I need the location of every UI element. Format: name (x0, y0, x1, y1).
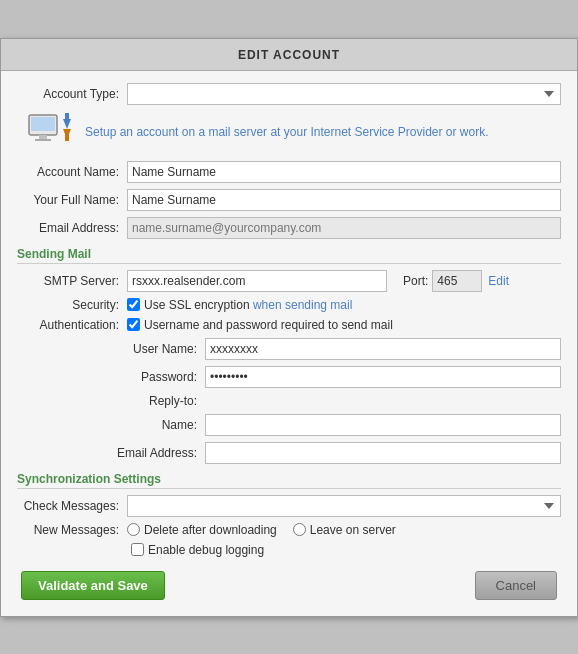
footer-buttons: Validate and Save Cancel (17, 571, 561, 600)
email-address-label: Email Address: (17, 221, 127, 235)
account-name-row: Account Name: (17, 161, 561, 183)
leave-radio[interactable] (293, 523, 306, 536)
sync-settings-header: Synchronization Settings (17, 472, 561, 489)
smtp-server-label: SMTP Server: (17, 274, 127, 288)
check-messages-label: Check Messages: (17, 499, 127, 513)
replyto-name-row: Name: (17, 414, 561, 436)
svg-rect-7 (65, 133, 69, 141)
replyto-email-row: Email Address: (17, 442, 561, 464)
security-text: Use SSL encryption when sending mail (144, 298, 352, 312)
sending-mail-header: Sending Mail (17, 247, 561, 264)
leave-on-server-option[interactable]: Leave on server (293, 523, 396, 537)
security-label: Security: (17, 298, 127, 312)
email-address-row: Email Address: (17, 217, 561, 239)
svg-rect-1 (31, 117, 55, 131)
full-name-label: Your Full Name: (17, 193, 127, 207)
account-type-row: Account Type: POP3 IMAP SMTP (17, 83, 561, 105)
username-label: User Name: (17, 342, 205, 356)
account-name-input[interactable] (127, 161, 561, 183)
security-checkbox[interactable] (127, 298, 140, 311)
account-name-label: Account Name: (17, 165, 127, 179)
title-bar: EDIT ACCOUNT (1, 39, 577, 71)
security-text-blue: when sending mail (253, 298, 352, 312)
edit-link[interactable]: Edit (488, 274, 509, 288)
debug-checkbox[interactable] (131, 543, 144, 556)
smtp-server-input[interactable] (127, 270, 387, 292)
port-input[interactable] (432, 270, 482, 292)
window-title: EDIT ACCOUNT (238, 48, 340, 62)
authentication-checkbox[interactable] (127, 318, 140, 331)
check-messages-row: Check Messages: Every 5 minutes Every 10… (17, 495, 561, 517)
debug-row: Enable debug logging (131, 543, 561, 557)
debug-label: Enable debug logging (148, 543, 264, 557)
cancel-button[interactable]: Cancel (475, 571, 557, 600)
svg-rect-2 (39, 135, 47, 139)
account-type-label: Account Type: (17, 87, 127, 101)
password-input[interactable] (205, 366, 561, 388)
edit-account-window: EDIT ACCOUNT Account Type: POP3 IMAP SMT… (0, 38, 578, 617)
port-label: Port: (403, 274, 428, 288)
new-messages-radio-group: Delete after downloading Leave on server (127, 523, 396, 537)
check-messages-select[interactable]: Every 5 minutes Every 10 minutes Every 1… (127, 495, 561, 517)
leave-option-label: Leave on server (310, 523, 396, 537)
mail-server-icon (27, 111, 75, 153)
replyto-name-input[interactable] (205, 414, 561, 436)
replyto-name-label: Name: (17, 418, 205, 432)
replyto-email-input[interactable] (205, 442, 561, 464)
full-name-input[interactable] (127, 189, 561, 211)
replyto-label: Reply-to: (17, 394, 205, 408)
replyto-email-label: Email Address: (17, 446, 205, 460)
delete-after-download-option[interactable]: Delete after downloading (127, 523, 277, 537)
validate-save-button[interactable]: Validate and Save (21, 571, 165, 600)
username-input[interactable] (205, 338, 561, 360)
username-row: User Name: (17, 338, 561, 360)
svg-rect-3 (35, 139, 51, 141)
password-label: Password: (17, 370, 205, 384)
delete-radio[interactable] (127, 523, 140, 536)
authentication-text: Username and password required to send m… (144, 318, 393, 332)
account-type-select[interactable]: POP3 IMAP SMTP (127, 83, 561, 105)
new-messages-row: New Messages: Delete after downloading L… (17, 523, 561, 537)
authentication-row: Authentication: Username and password re… (17, 318, 561, 332)
replyto-header-row: Reply-to: (17, 394, 561, 408)
email-address-input[interactable] (127, 217, 561, 239)
icon-description-text: Setup an account on a mail server at you… (85, 125, 489, 139)
svg-rect-5 (65, 113, 69, 121)
full-name-row: Your Full Name: (17, 189, 561, 211)
icon-description-area: Setup an account on a mail server at you… (17, 111, 561, 153)
delete-option-label: Delete after downloading (144, 523, 277, 537)
password-row: Password: (17, 366, 561, 388)
new-messages-label: New Messages: (17, 523, 127, 537)
smtp-server-row: SMTP Server: Port: Edit (17, 270, 561, 292)
authentication-label: Authentication: (17, 318, 127, 332)
security-row: Security: Use SSL encryption when sendin… (17, 298, 561, 312)
